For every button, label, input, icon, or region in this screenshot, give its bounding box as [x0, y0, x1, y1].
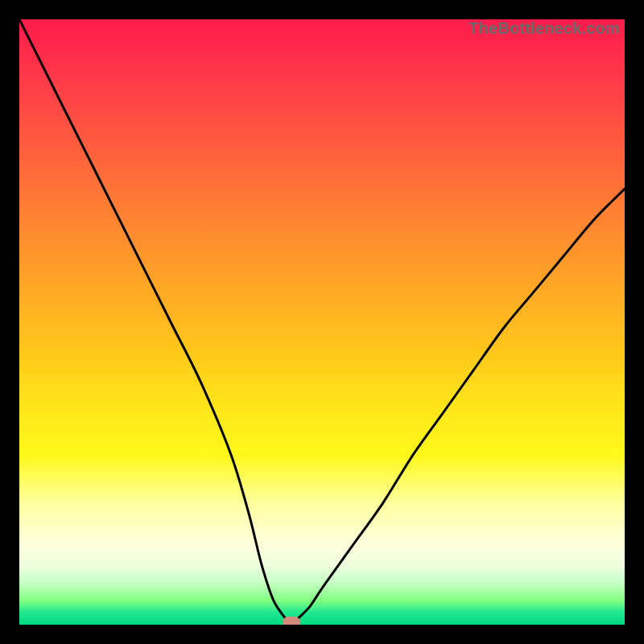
plot-area: TheBottleneck.com: [19, 19, 625, 625]
bottleneck-curve: [19, 19, 625, 625]
watermark-text: TheBottleneck.com: [469, 19, 620, 38]
optimum-marker: [283, 617, 300, 625]
chart-container: TheBottleneck.com: [0, 0, 644, 644]
curve-layer: [19, 19, 625, 625]
